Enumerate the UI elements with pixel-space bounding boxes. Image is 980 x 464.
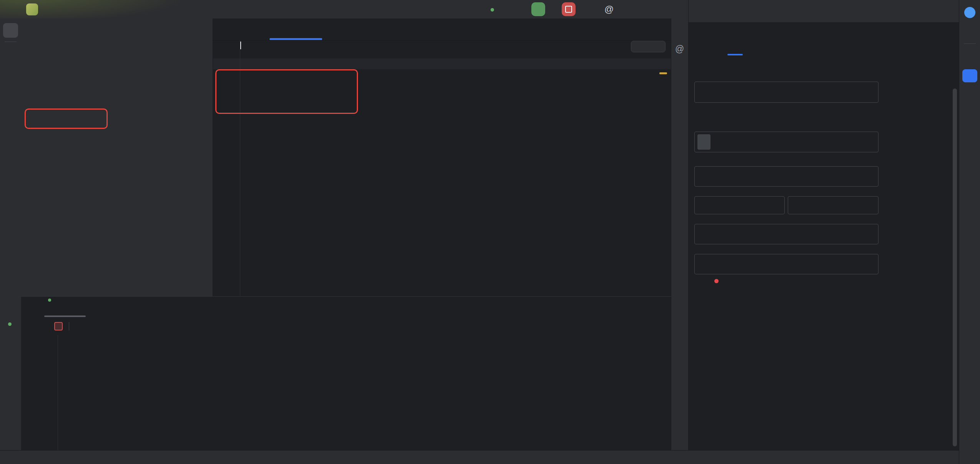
transport-select[interactable]: [694, 82, 879, 103]
user-avatar[interactable]: [964, 7, 975, 18]
attachment-icon[interactable]: [962, 50, 977, 63]
problems-tool-button[interactable]: [3, 408, 18, 423]
inspection-widget[interactable]: [631, 41, 666, 52]
share-icon[interactable]: [962, 26, 977, 39]
console-tab-underline: [44, 315, 86, 317]
soft-wrap-icon[interactable]: [45, 364, 56, 375]
folder-tool-button[interactable]: [962, 127, 977, 140]
breadcrumb[interactable]: [7, 451, 21, 464]
python-packages-tool-button[interactable]: [3, 356, 18, 370]
right-tool-strip: [959, 0, 980, 464]
robot-tool-button[interactable]: [962, 107, 977, 120]
editor[interactable]: [213, 18, 671, 296]
clear-console-icon[interactable]: [45, 401, 56, 412]
mcp-server-config-file-button[interactable]: [788, 196, 879, 214]
warning-stripe-mark[interactable]: [659, 72, 667, 74]
stop-button[interactable]: [562, 2, 576, 16]
ai-chat-icon[interactable]: @: [675, 44, 684, 54]
url-select[interactable]: [694, 132, 879, 152]
active-tab-underline: [270, 38, 322, 40]
mcp-tabs: [689, 23, 875, 55]
stop-icon[interactable]: [54, 322, 63, 330]
scroll-to-end-icon[interactable]: [45, 377, 56, 388]
project-widget[interactable]: [26, 0, 43, 18]
tab-main-py[interactable]: [270, 18, 276, 40]
mcp-server-config-item-button[interactable]: [694, 196, 785, 214]
tab-settings[interactable]: [689, 23, 782, 55]
scroll-up-icon[interactable]: [45, 338, 56, 349]
configure-button[interactable]: [694, 224, 879, 244]
connection-error-message: [714, 279, 723, 283]
mcp-test-tool-button[interactable]: [962, 69, 977, 82]
layout-tool-button[interactable]: [962, 147, 977, 160]
project-panel-header[interactable]: [29, 18, 32, 38]
editor-right-strip: @: [671, 18, 689, 450]
connect-button[interactable]: [694, 254, 879, 274]
tab-handler-py[interactable]: [215, 18, 218, 40]
validate-button[interactable]: [694, 166, 879, 187]
print-icon[interactable]: [45, 390, 56, 401]
running-dot: [491, 8, 494, 12]
text-caret: [240, 42, 241, 49]
console-toolbar: [21, 318, 671, 334]
vcs-widget[interactable]: [71, 0, 74, 18]
project-badge: [26, 3, 38, 15]
current-line-highlight: [213, 58, 671, 69]
mcp-panel-header: [689, 0, 959, 23]
run-console-panel: [21, 296, 671, 451]
structure-tool-button[interactable]: [3, 47, 18, 61]
link-tool-button[interactable]: [962, 88, 977, 101]
url-chip: [697, 134, 710, 150]
services-tool-button[interactable]: [3, 372, 18, 386]
mcp-test-panel: [688, 0, 959, 450]
tab-readme-md[interactable]: [325, 18, 328, 40]
rerun-button[interactable]: [531, 2, 545, 16]
status-bar: [0, 450, 959, 464]
left-tool-strip: [0, 18, 22, 450]
version-control-tool-button[interactable]: [3, 427, 18, 441]
power-icon[interactable]: [962, 444, 977, 457]
scroll-down-icon[interactable]: [45, 351, 56, 361]
mcp-scrollbar[interactable]: [953, 88, 957, 446]
main-toolbar: @: [0, 0, 688, 19]
editor-tab-bar: [213, 18, 671, 41]
run-config-widget[interactable]: [493, 0, 498, 18]
python-console-tool-button[interactable]: [3, 337, 18, 351]
divider: [69, 322, 69, 330]
project-tool-button[interactable]: [3, 23, 18, 38]
console-gutter-border: [58, 335, 58, 451]
stop-icon: [565, 6, 572, 13]
divider: [964, 43, 976, 44]
gutter-separator: [240, 40, 240, 296]
terminal-tool-button[interactable]: [3, 389, 18, 404]
project-panel: [21, 18, 213, 296]
more-tools-button[interactable]: [3, 65, 18, 80]
ai-assistant-icon[interactable]: @: [604, 0, 614, 18]
run-tool-button[interactable]: [3, 316, 18, 330]
divider: [5, 42, 17, 42]
error-dot: [714, 279, 719, 283]
tab-test[interactable]: [782, 23, 875, 55]
